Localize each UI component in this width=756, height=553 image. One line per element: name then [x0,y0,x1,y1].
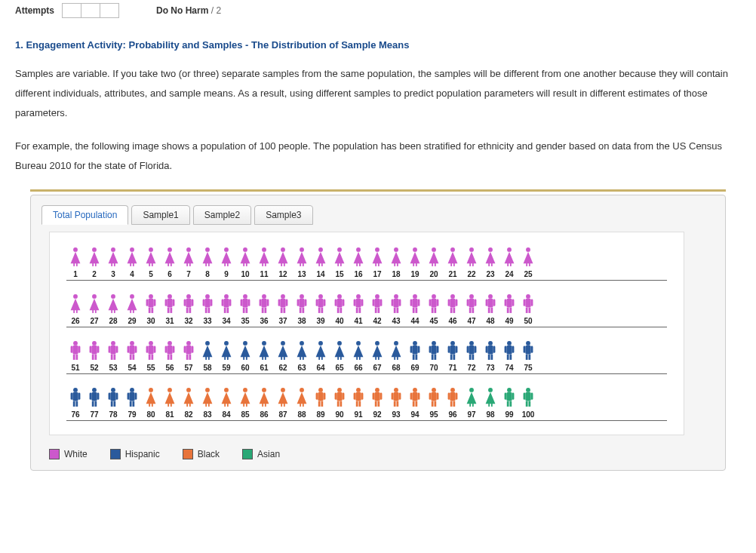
svg-point-324 [526,341,530,346]
svg-rect-416 [415,401,417,407]
person-number: 63 [293,364,311,372]
svg-rect-232 [129,346,134,355]
person-icon [444,246,462,269]
legend-swatch [110,449,121,459]
svg-rect-337 [91,392,97,401]
person-icon [161,339,179,362]
attempt-box[interactable] [81,3,100,18]
svg-rect-143 [316,300,318,306]
attempt-box[interactable] [100,3,119,18]
svg-rect-88 [148,299,153,308]
population-number-row: 1234567891011121314151617181920212223242… [66,270,667,281]
svg-point-48 [375,247,380,252]
person-number: 58 [198,364,217,372]
svg-rect-154 [355,299,361,308]
person-icon [217,339,235,362]
svg-rect-125 [260,300,262,306]
person-icon [293,246,311,269]
svg-rect-197 [486,300,488,306]
svg-rect-437 [505,393,507,400]
svg-rect-382 [318,392,323,401]
svg-point-255 [205,341,210,346]
svg-rect-97 [167,308,170,313]
svg-rect-247 [167,355,170,360]
tab-sample1[interactable]: Sample1 [131,205,189,225]
svg-rect-194 [472,308,474,313]
svg-rect-377 [284,402,285,407]
svg-rect-136 [299,299,304,308]
person-icon [406,339,424,362]
svg-rect-168 [399,300,401,306]
person-number: 17 [368,270,386,278]
person-number: 27 [85,317,103,325]
person-number: 77 [85,410,103,419]
svg-rect-98 [170,308,172,313]
svg-rect-22 [205,262,207,266]
tab-sample2[interactable]: Sample2 [193,205,251,225]
person-number: 40 [330,317,349,325]
svg-rect-13 [149,262,150,266]
svg-rect-406 [393,392,398,401]
person-icon [387,293,405,315]
svg-rect-163 [375,308,377,313]
person-number: 24 [500,270,518,278]
tab-total-population[interactable]: Total Population [41,205,128,225]
svg-rect-164 [377,308,380,313]
svg-rect-327 [531,346,533,353]
svg-rect-443 [524,393,526,400]
svg-rect-202 [506,299,512,308]
svg-rect-250 [186,346,191,355]
person-icon [274,386,292,409]
svg-rect-184 [450,299,455,308]
svg-point-342 [111,388,115,392]
svg-point-429 [469,388,474,392]
person-icon [274,293,292,315]
tab-sample3[interactable]: Sample3 [254,205,312,225]
svg-rect-392 [340,401,342,407]
person-number: 20 [425,270,443,278]
svg-point-51 [394,247,398,252]
svg-point-357 [167,388,172,392]
svg-rect-185 [448,300,450,306]
svg-rect-402 [380,393,383,400]
legend-item-black: Black [183,449,220,459]
person-icon [274,339,292,362]
person-number: 55 [142,364,160,372]
person-number: 51 [66,364,85,372]
svg-rect-113 [222,300,224,306]
person-icon [293,386,311,409]
person-number: 59 [217,364,235,372]
person-icon [463,246,481,269]
svg-rect-321 [512,346,515,353]
svg-point-354 [149,388,153,392]
svg-rect-361 [186,402,188,407]
svg-rect-278 [340,355,342,360]
svg-point-3 [92,247,97,252]
attempt-box[interactable] [62,3,81,18]
person-number: 69 [406,364,424,372]
person-number: 3 [104,270,122,278]
svg-point-366 [224,388,229,392]
svg-rect-181 [432,308,434,313]
svg-rect-61 [450,262,452,266]
person-number: 83 [198,410,217,419]
svg-rect-335 [75,401,78,407]
person-number: 66 [349,364,367,372]
svg-point-363 [205,388,210,392]
person-number: 92 [368,410,386,419]
person-number: 37 [274,317,292,325]
svg-rect-293 [415,355,417,360]
svg-rect-313 [487,346,493,355]
svg-rect-121 [243,308,245,313]
svg-rect-343 [110,392,115,401]
svg-rect-112 [223,299,229,308]
svg-rect-152 [340,308,342,313]
svg-point-288 [413,341,417,346]
person-number: 86 [255,410,273,419]
person-number: 11 [255,270,273,278]
svg-point-81 [111,294,115,299]
svg-rect-317 [490,355,493,360]
svg-rect-301 [450,346,455,355]
person-icon [368,339,386,362]
svg-rect-149 [335,300,337,306]
